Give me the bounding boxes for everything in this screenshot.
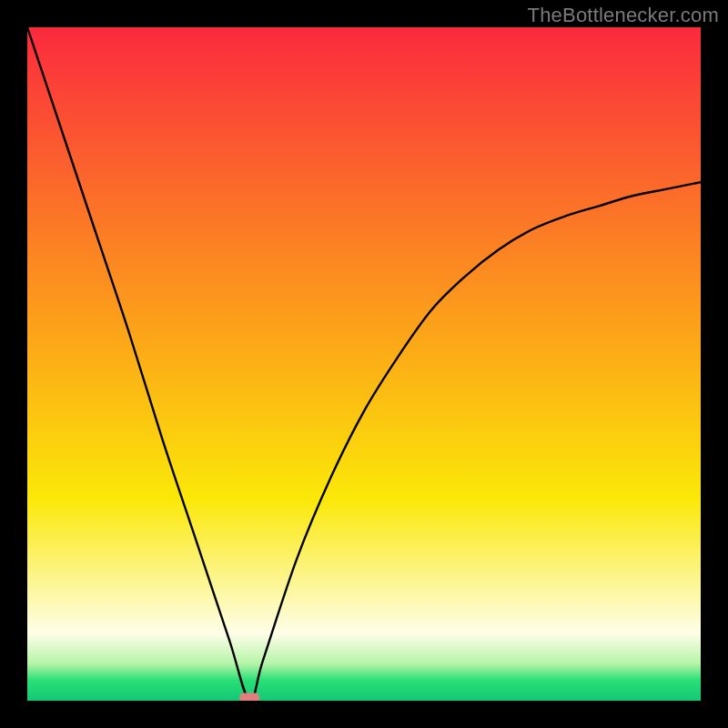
attribution-label: TheBottlenecker.com xyxy=(528,4,719,27)
minimum-marker xyxy=(239,693,259,702)
gradient-background xyxy=(27,27,701,701)
plot-area xyxy=(27,27,701,701)
chart-svg xyxy=(27,27,701,701)
chart-frame: TheBottlenecker.com xyxy=(0,0,728,728)
